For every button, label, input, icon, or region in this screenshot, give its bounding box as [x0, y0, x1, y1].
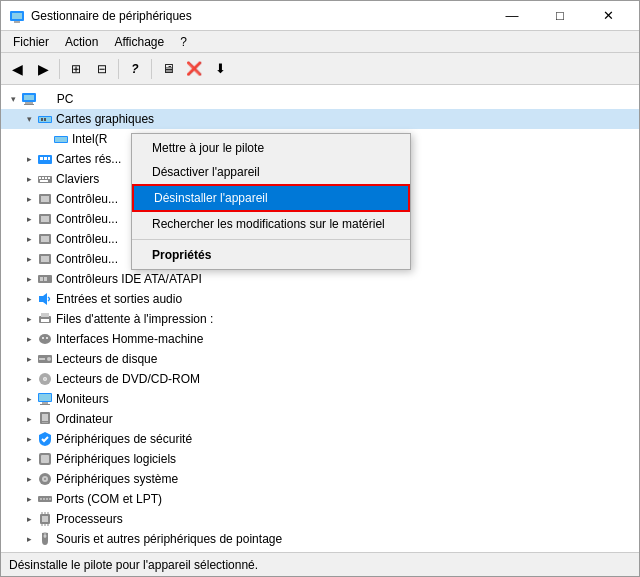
mouse-icon	[37, 531, 53, 547]
controller-1-icon	[37, 191, 53, 207]
ports-icon	[37, 491, 53, 507]
svg-rect-20	[45, 177, 47, 179]
remove-button[interactable]: ❌	[182, 57, 206, 81]
svg-rect-55	[41, 455, 49, 463]
close-button[interactable]: ✕	[585, 1, 631, 31]
menu-action[interactable]: Action	[57, 33, 106, 51]
context-menu-scan-hardware[interactable]: Rechercher les modifications sur le maté…	[132, 212, 410, 236]
processor-icon	[37, 511, 53, 527]
svg-rect-1	[12, 13, 22, 19]
computer-expand-icon[interactable]: ▸	[21, 411, 37, 427]
context-menu-disable-device[interactable]: Désactiver l'appareil	[132, 160, 410, 184]
tree-ports[interactable]: ▸ Ports (COM et LPT)	[1, 489, 639, 509]
processors-label: Processeurs	[56, 512, 123, 526]
svg-rect-30	[41, 256, 49, 262]
tree-root[interactable]: ▾ PC	[1, 89, 639, 109]
tree-disk[interactable]: ▸ Lecteurs de disque	[1, 349, 639, 369]
tree-security[interactable]: ▸ Périphériques de sécurité	[1, 429, 639, 449]
audio-label: Entrées et sorties audio	[56, 292, 182, 306]
back-button[interactable]: ◀	[5, 57, 29, 81]
svg-point-62	[46, 498, 48, 500]
separator-3	[151, 59, 152, 79]
tree-print-queue[interactable]: ▸ Files d'attente à l'impression :	[1, 309, 639, 329]
print-queue-label: Files d'attente à l'impression :	[56, 312, 213, 326]
menu-fichier[interactable]: Fichier	[5, 33, 57, 51]
dvd-expand-icon[interactable]: ▸	[21, 371, 37, 387]
tree-cartes-graphiques[interactable]: ▾ Cartes graphiques	[1, 109, 639, 129]
soft-dev-expand-icon[interactable]: ▸	[21, 451, 37, 467]
svg-rect-48	[39, 394, 51, 401]
hmi-icon	[37, 331, 53, 347]
computer-tree-icon	[37, 411, 53, 427]
maximize-button[interactable]: □	[537, 1, 583, 31]
audio-expand-icon[interactable]: ▸	[21, 291, 37, 307]
display-button[interactable]: 🖥	[156, 57, 180, 81]
claviers-label: Claviers	[56, 172, 99, 186]
svg-rect-5	[25, 102, 33, 104]
tree-software-devices[interactable]: ▸ Périphériques logiciels	[1, 449, 639, 469]
tree-audio[interactable]: ▸ Entrées et sorties audio	[1, 289, 639, 309]
menu-affichage[interactable]: Affichage	[106, 33, 172, 51]
network-card-icon	[37, 151, 53, 167]
tree-dvd[interactable]: ▸ Lecteurs de DVD/CD-ROM	[1, 369, 639, 389]
tree-system-devices[interactable]: ▸ Périphériques système	[1, 469, 639, 489]
ide-expand-icon[interactable]: ▸	[21, 271, 37, 287]
svg-point-58	[44, 478, 46, 480]
controleur2-expand-icon[interactable]: ▸	[21, 211, 37, 227]
security-expand-icon[interactable]: ▸	[21, 431, 37, 447]
sys-dev-expand-icon[interactable]: ▸	[21, 471, 37, 487]
svg-rect-33	[44, 277, 47, 281]
svg-rect-49	[42, 402, 48, 404]
tree-hmi[interactable]: ▸ Interfaces Homme-machine	[1, 329, 639, 349]
forward-button[interactable]: ▶	[31, 57, 55, 81]
tree-processors[interactable]: ▸ Processeurs	[1, 509, 639, 529]
expand-button[interactable]: ⊞	[64, 57, 88, 81]
context-menu-separator	[132, 239, 410, 240]
controleur1-expand-icon[interactable]: ▸	[21, 191, 37, 207]
window-icon	[9, 8, 25, 24]
svg-rect-18	[39, 177, 41, 179]
system-devices-icon	[37, 471, 53, 487]
window-title: Gestionnaire de périphériques	[31, 9, 489, 23]
computer-tree-label: Ordinateur	[56, 412, 113, 426]
cartes-res-label: Cartes rés...	[56, 152, 121, 166]
hmi-expand-icon[interactable]: ▸	[21, 331, 37, 347]
controleur4-expand-icon[interactable]: ▸	[21, 251, 37, 267]
cartes-graphiques-expand-icon[interactable]: ▾	[21, 111, 37, 127]
intel-gpu-label: Intel(R	[72, 132, 107, 146]
tree-computer[interactable]: ▸ Ordinateur	[1, 409, 639, 429]
ide-icon	[37, 271, 53, 287]
claviers-expand-icon[interactable]: ▸	[21, 171, 37, 187]
help-button[interactable]: ?	[123, 57, 147, 81]
title-bar: Gestionnaire de périphériques — □ ✕	[1, 1, 639, 31]
mouse-expand-icon[interactable]: ▸	[21, 531, 37, 547]
menu-bar: Fichier Action Affichage ?	[1, 31, 639, 53]
context-menu-properties[interactable]: Propriétés	[132, 243, 410, 267]
ports-expand-icon[interactable]: ▸	[21, 491, 37, 507]
minimize-button[interactable]: —	[489, 1, 535, 31]
update-button[interactable]: ⬇	[208, 57, 232, 81]
collapse-button[interactable]: ⊟	[90, 57, 114, 81]
proc-expand-icon[interactable]: ▸	[21, 511, 37, 527]
svg-rect-50	[40, 404, 50, 405]
security-label: Périphériques de sécurité	[56, 432, 192, 446]
context-menu-uninstall-device[interactable]: Désinstaller l'appareil	[132, 184, 410, 212]
root-expand-icon[interactable]: ▾	[5, 91, 21, 107]
monitors-expand-icon[interactable]: ▸	[21, 391, 37, 407]
disk-expand-icon[interactable]: ▸	[21, 351, 37, 367]
print-expand-icon[interactable]: ▸	[21, 311, 37, 327]
menu-help[interactable]: ?	[172, 33, 195, 51]
svg-point-42	[47, 357, 51, 361]
root-label: PC	[40, 92, 73, 106]
tree-ide[interactable]: ▸ Contrôleurs IDE ATA/ATAPI	[1, 269, 639, 289]
tree-monitors[interactable]: ▸ Moniteurs	[1, 389, 639, 409]
intel-gpu-icon	[53, 131, 69, 147]
context-menu-update-driver[interactable]: Mettre à jour le pilote	[132, 136, 410, 160]
controleur3-expand-icon[interactable]: ▸	[21, 231, 37, 247]
svg-rect-21	[48, 177, 50, 179]
tree-mouse[interactable]: ▸ Souris et autres périphériques de poin…	[1, 529, 639, 549]
svg-rect-16	[48, 157, 50, 160]
svg-rect-10	[44, 118, 46, 121]
cartes-res-expand-icon[interactable]: ▸	[21, 151, 37, 167]
svg-rect-15	[44, 157, 47, 160]
